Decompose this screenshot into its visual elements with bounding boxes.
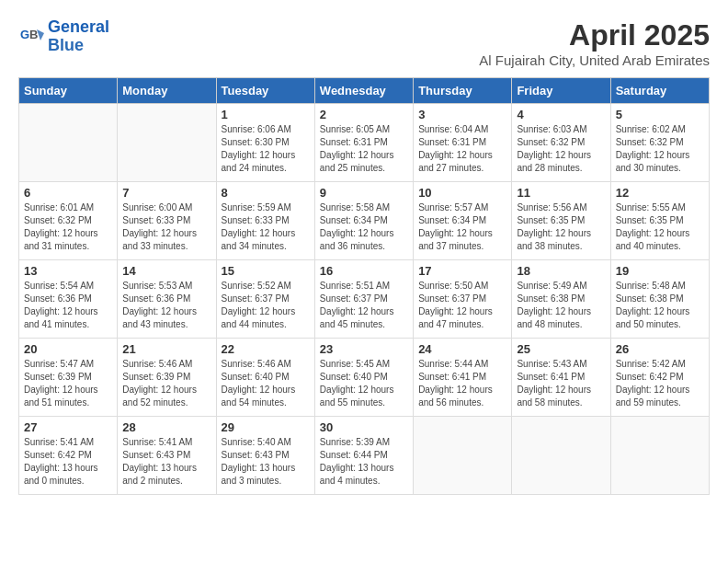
day-number: 27: [24, 420, 112, 434]
day-info: Sunrise: 5:47 AM Sunset: 6:39 PM Dayligh…: [24, 358, 112, 409]
day-number: 7: [122, 186, 210, 200]
week-row-5: 27Sunrise: 5:41 AM Sunset: 6:42 PM Dayli…: [19, 417, 710, 495]
calendar-cell: [512, 417, 610, 495]
calendar-cell: 15Sunrise: 5:52 AM Sunset: 6:37 PM Dayli…: [216, 260, 314, 339]
svg-text:G: G: [20, 28, 29, 41]
day-number: 17: [418, 264, 506, 278]
day-number: 8: [222, 186, 310, 200]
day-number: 3: [418, 108, 506, 121]
calendar-cell: 26Sunrise: 5:42 AM Sunset: 6:42 PM Dayli…: [610, 339, 709, 417]
calendar-cell: [610, 417, 709, 495]
calendar-cell: 9Sunrise: 5:58 AM Sunset: 6:34 PM Daylig…: [314, 182, 413, 260]
day-info: Sunrise: 5:51 AM Sunset: 6:37 PM Dayligh…: [320, 280, 408, 331]
day-number: 26: [616, 342, 704, 356]
day-number: 13: [24, 264, 112, 278]
day-info: Sunrise: 5:45 AM Sunset: 6:40 PM Dayligh…: [320, 358, 408, 409]
calendar-cell: 7Sunrise: 6:00 AM Sunset: 6:33 PM Daylig…: [118, 182, 216, 260]
calendar-cell: [414, 417, 512, 495]
day-number: 5: [616, 108, 704, 121]
weekday-header-thursday: Thursday: [414, 78, 512, 104]
day-info: Sunrise: 5:58 AM Sunset: 6:34 PM Dayligh…: [320, 201, 408, 253]
weekday-header-wednesday: Wednesday: [314, 78, 413, 104]
day-info: Sunrise: 5:59 AM Sunset: 6:33 PM Dayligh…: [222, 201, 310, 253]
day-number: 29: [222, 420, 310, 434]
day-number: 25: [517, 342, 605, 356]
day-number: 28: [122, 420, 210, 434]
day-info: Sunrise: 5:40 AM Sunset: 6:43 PM Dayligh…: [222, 436, 310, 488]
day-number: 2: [320, 108, 408, 121]
weekday-header-sunday: Sunday: [19, 78, 118, 104]
week-row-1: 1Sunrise: 6:06 AM Sunset: 6:30 PM Daylig…: [19, 104, 710, 182]
calendar-cell: 27Sunrise: 5:41 AM Sunset: 6:42 PM Dayli…: [19, 417, 118, 495]
day-info: Sunrise: 6:03 AM Sunset: 6:32 PM Dayligh…: [517, 123, 605, 175]
day-info: Sunrise: 5:41 AM Sunset: 6:42 PM Dayligh…: [24, 436, 112, 488]
day-info: Sunrise: 6:05 AM Sunset: 6:31 PM Dayligh…: [320, 123, 408, 175]
day-number: 19: [616, 264, 704, 278]
day-number: 18: [517, 264, 605, 278]
calendar-cell: 24Sunrise: 5:44 AM Sunset: 6:41 PM Dayli…: [414, 339, 512, 417]
day-number: 4: [517, 108, 605, 121]
calendar-cell: 3Sunrise: 6:04 AM Sunset: 6:31 PM Daylig…: [414, 104, 512, 182]
day-number: 1: [222, 108, 310, 121]
title-area: April 2025 Al Fujairah City, United Arab…: [479, 18, 710, 68]
day-info: Sunrise: 5:41 AM Sunset: 6:43 PM Dayligh…: [122, 436, 210, 488]
calendar-cell: 20Sunrise: 5:47 AM Sunset: 6:39 PM Dayli…: [19, 339, 118, 417]
week-row-2: 6Sunrise: 6:01 AM Sunset: 6:32 PM Daylig…: [19, 182, 710, 260]
calendar-cell: 2Sunrise: 6:05 AM Sunset: 6:31 PM Daylig…: [314, 104, 413, 182]
day-number: 23: [320, 342, 408, 356]
day-info: Sunrise: 6:02 AM Sunset: 6:32 PM Dayligh…: [616, 123, 704, 175]
day-info: Sunrise: 5:46 AM Sunset: 6:39 PM Dayligh…: [122, 358, 210, 409]
calendar-cell: 25Sunrise: 5:43 AM Sunset: 6:41 PM Dayli…: [512, 339, 610, 417]
weekday-header-saturday: Saturday: [610, 78, 709, 104]
calendar-cell: 11Sunrise: 5:56 AM Sunset: 6:35 PM Dayli…: [512, 182, 610, 260]
day-number: 20: [24, 342, 112, 356]
day-info: Sunrise: 6:01 AM Sunset: 6:32 PM Dayligh…: [24, 201, 112, 253]
calendar-cell: 21Sunrise: 5:46 AM Sunset: 6:39 PM Dayli…: [118, 339, 216, 417]
day-number: 22: [222, 342, 310, 356]
day-info: Sunrise: 5:54 AM Sunset: 6:36 PM Dayligh…: [24, 280, 112, 331]
day-info: Sunrise: 5:53 AM Sunset: 6:36 PM Dayligh…: [122, 280, 210, 331]
calendar-cell: 14Sunrise: 5:53 AM Sunset: 6:36 PM Dayli…: [118, 260, 216, 339]
calendar-cell: 6Sunrise: 6:01 AM Sunset: 6:32 PM Daylig…: [19, 182, 118, 260]
day-info: Sunrise: 5:44 AM Sunset: 6:41 PM Dayligh…: [418, 358, 506, 409]
day-number: 12: [616, 186, 704, 200]
logo-line2: Blue: [48, 36, 84, 54]
day-info: Sunrise: 5:52 AM Sunset: 6:37 PM Dayligh…: [222, 280, 310, 331]
logo-line1: General: [48, 17, 109, 36]
day-number: 16: [320, 264, 408, 278]
calendar-cell: 30Sunrise: 5:39 AM Sunset: 6:44 PM Dayli…: [314, 417, 413, 495]
calendar-cell: 28Sunrise: 5:41 AM Sunset: 6:43 PM Dayli…: [118, 417, 216, 495]
day-info: Sunrise: 5:48 AM Sunset: 6:38 PM Dayligh…: [616, 280, 704, 331]
calendar-cell: 13Sunrise: 5:54 AM Sunset: 6:36 PM Dayli…: [19, 260, 118, 339]
logo: G B General Blue: [18, 18, 109, 55]
header: G B General Blue April 2025 Al Fujairah …: [18, 18, 710, 68]
day-info: Sunrise: 5:46 AM Sunset: 6:40 PM Dayligh…: [222, 358, 310, 409]
day-number: 15: [222, 264, 310, 278]
calendar-cell: 4Sunrise: 6:03 AM Sunset: 6:32 PM Daylig…: [512, 104, 610, 182]
day-number: 24: [418, 342, 506, 356]
calendar-cell: 1Sunrise: 6:06 AM Sunset: 6:30 PM Daylig…: [216, 104, 314, 182]
calendar-cell: 29Sunrise: 5:40 AM Sunset: 6:43 PM Dayli…: [216, 417, 314, 495]
day-info: Sunrise: 5:56 AM Sunset: 6:35 PM Dayligh…: [517, 201, 605, 253]
calendar-cell: 12Sunrise: 5:55 AM Sunset: 6:35 PM Dayli…: [610, 182, 709, 260]
day-info: Sunrise: 5:42 AM Sunset: 6:42 PM Dayligh…: [616, 358, 704, 409]
calendar-cell: 22Sunrise: 5:46 AM Sunset: 6:40 PM Dayli…: [216, 339, 314, 417]
svg-text:B: B: [29, 28, 38, 41]
day-number: 10: [418, 186, 506, 200]
location-subtitle: Al Fujairah City, United Arab Emirates: [479, 52, 710, 68]
day-info: Sunrise: 5:43 AM Sunset: 6:41 PM Dayligh…: [517, 358, 605, 409]
weekday-header-row: SundayMondayTuesdayWednesdayThursdayFrid…: [19, 78, 710, 104]
day-number: 14: [122, 264, 210, 278]
day-number: 9: [320, 186, 408, 200]
logo-icon: G B: [18, 24, 44, 50]
day-info: Sunrise: 5:55 AM Sunset: 6:35 PM Dayligh…: [616, 201, 704, 253]
calendar-cell: 19Sunrise: 5:48 AM Sunset: 6:38 PM Dayli…: [610, 260, 709, 339]
day-info: Sunrise: 5:39 AM Sunset: 6:44 PM Dayligh…: [320, 436, 408, 488]
month-title: April 2025: [479, 18, 710, 52]
weekday-header-tuesday: Tuesday: [216, 78, 314, 104]
day-info: Sunrise: 6:04 AM Sunset: 6:31 PM Dayligh…: [418, 123, 506, 175]
day-info: Sunrise: 6:06 AM Sunset: 6:30 PM Dayligh…: [222, 123, 310, 175]
calendar-cell: 10Sunrise: 5:57 AM Sunset: 6:34 PM Dayli…: [414, 182, 512, 260]
day-number: 6: [24, 186, 112, 200]
week-row-3: 13Sunrise: 5:54 AM Sunset: 6:36 PM Dayli…: [19, 260, 710, 339]
